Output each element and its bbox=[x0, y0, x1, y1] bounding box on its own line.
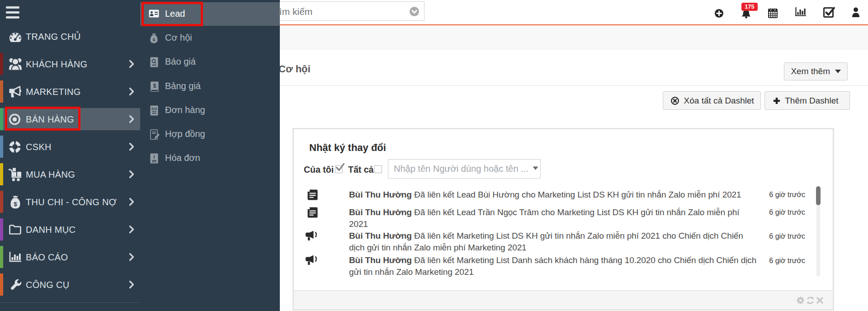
svg-text:$: $ bbox=[153, 83, 156, 89]
svg-text:$: $ bbox=[14, 200, 17, 207]
svg-text:$: $ bbox=[153, 37, 156, 42]
svg-text:I: I bbox=[153, 154, 155, 160]
svg-text:SO: SO bbox=[151, 107, 157, 111]
